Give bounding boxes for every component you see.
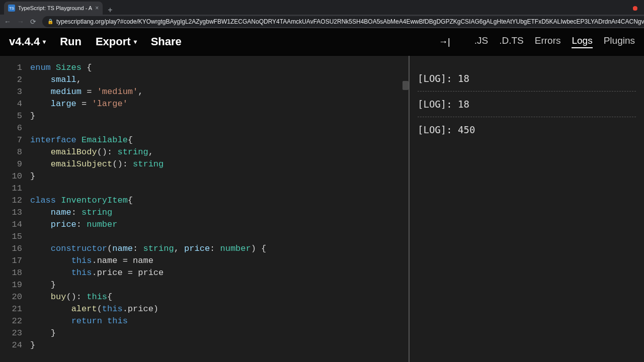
run-button[interactable]: Run (60, 35, 82, 48)
version-label: v4.4.4 (9, 35, 40, 48)
version-selector[interactable]: v4.4.4 ▾ (9, 35, 46, 48)
close-tab-icon[interactable]: × (95, 5, 99, 12)
main-split: 123456789101112131415161718192021222324 … (0, 56, 644, 362)
address-bar[interactable]: 🔒 typescriptlang.org/play?#code/KYOwrgtg… (42, 16, 644, 27)
tab-dts[interactable]: .D.TS (499, 35, 524, 48)
tab-strip: TS TypeScript: TS Playground - A × + ⏺ (0, 0, 644, 15)
tab-js[interactable]: .JS (474, 35, 488, 48)
url-text: typescriptlang.org/play?#code/KYOwrgtgBA… (56, 18, 644, 25)
tab-errors[interactable]: Errors (535, 35, 561, 48)
browser-tab[interactable]: TS TypeScript: TS Playground - A × (4, 2, 103, 15)
log-entry: [LOG]: 18 (418, 66, 636, 92)
playground-header: v4.4.4 ▾ Run Export ▾ Share →| .JS .D.TS… (0, 28, 644, 56)
browser-chrome: TS TypeScript: TS Playground - A × + ⏺ ←… (0, 0, 644, 28)
record-icon[interactable]: ⏺ (631, 4, 639, 12)
back-button[interactable]: ← (4, 18, 11, 26)
tab-title: TypeScript: TS Playground - A (18, 5, 92, 11)
forward-button[interactable]: → (17, 18, 24, 26)
export-menu[interactable]: Export ▾ (96, 35, 137, 48)
tab-logs[interactable]: Logs (572, 35, 592, 48)
share-button[interactable]: Share (151, 35, 182, 48)
new-tab-button[interactable]: + (103, 6, 117, 15)
line-gutter: 123456789101112131415161718192021222324 (0, 62, 30, 351)
code-editor[interactable]: 123456789101112131415161718192021222324 … (0, 56, 409, 362)
vertical-scrollbar[interactable] (403, 81, 409, 90)
export-label: Export (96, 35, 131, 48)
log-entry: [LOG]: 450 (418, 117, 636, 142)
chevron-down-icon: ▾ (43, 38, 46, 45)
tab-plugins[interactable]: Plugins (604, 35, 635, 48)
code-content[interactable]: enum Sizes { small, medium = 'medium', l… (30, 62, 409, 351)
chevron-down-icon: ▾ (134, 38, 137, 45)
reload-button[interactable]: ⟳ (30, 18, 36, 26)
browser-toolbar: ← → ⟳ 🔒 typescriptlang.org/play?#code/KY… (0, 15, 644, 28)
favicon-ts-icon: TS (8, 5, 15, 12)
log-entry: [LOG]: 18 (418, 92, 636, 117)
output-tabs: .JS .D.TS Errors Logs Plugins (474, 35, 635, 48)
logs-panel: [LOG]: 18[LOG]: 18[LOG]: 450 (409, 56, 644, 362)
lock-icon: 🔒 (47, 19, 53, 24)
collapse-panel-icon[interactable]: →| (439, 37, 450, 47)
